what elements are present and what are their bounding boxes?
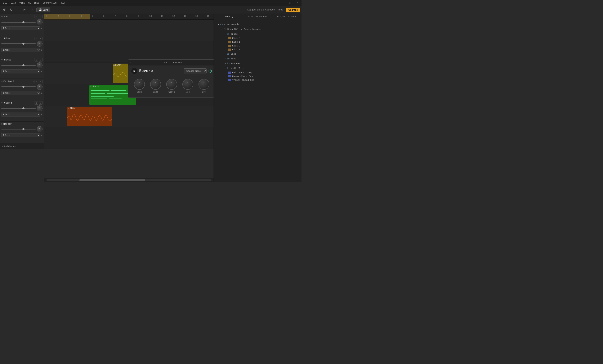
fmsynth-effects-select[interactable]: Effects [1,91,40,95]
master-pan-knob[interactable] [37,126,43,132]
save-button[interactable]: 💾 Save [36,8,50,12]
clapb-effects-select[interactable]: Effects [1,112,40,117]
reverb-logo: S [131,68,137,74]
clips-area[interactable]: ⊞ Hihat ⊞ Chords [44,20,214,178]
reverb-dry-knob[interactable] [198,79,209,90]
track-row-audio1[interactable] [44,20,214,41]
menu-settings[interactable]: SETTINGS [28,2,39,4]
clapb-solo[interactable]: S [35,101,38,105]
lib-free-sounds[interactable]: ▶ 🗁 Free Sounds [214,22,302,27]
tab-library[interactable]: Library [214,14,243,20]
hihat-effects-arrows[interactable]: ⇅ [41,70,43,73]
free-sounds-label: Free Sounds [224,23,239,26]
reverb-power-button[interactable]: ⏻ [208,69,212,73]
window-minimize[interactable]: ⊡ [287,1,292,5]
clap-volume[interactable] [1,43,36,44]
fmsynth-mute[interactable]: M [39,80,43,83]
resize-button[interactable]: ↔ [29,8,35,12]
fmsynth-solo[interactable]: S [35,80,38,83]
bass-folder-icon: 🗁 [227,52,230,55]
master-volume[interactable] [1,129,36,130]
lib-midi-clips[interactable]: ▾ 🗁 Midi Clips [214,66,302,71]
lib-kick4[interactable]: Kick 4 [214,48,302,52]
audio1-solo[interactable]: S [35,15,38,18]
audio1-mute[interactable]: M [39,15,43,18]
toolbar: ↺ ↻ ⊹ ✂ ↔ 💾 Save Logged in as GoodBoy (f… [0,6,302,14]
hihat-effects-select[interactable]: Effects [1,69,40,73]
lib-keys[interactable]: ▶ 🗁 Keys [214,56,302,61]
free-sounds-folder-icon: 🗁 [220,23,223,26]
hihat-volume[interactable] [1,65,36,66]
track-row-clapb[interactable]: ⊞ Clap [44,106,214,127]
hihat-pan-knob[interactable] [37,62,43,68]
clap-effects-arrows[interactable]: ⇅ [41,49,43,51]
reverb-knobs: Size Damp Width Wet [131,77,212,95]
menu-soundation[interactable]: SOUNDATION [43,2,57,4]
undo-button[interactable]: ↺ [2,7,7,12]
lib-kick2[interactable]: Kick 2 [214,40,302,44]
upgrade-button[interactable]: Upgrade [286,8,300,12]
clap-solo[interactable]: S [35,37,38,40]
zoom-out-button[interactable]: − [45,178,46,182]
evil-chord-icon [228,72,231,74]
snap-button[interactable]: ⊹ [15,8,20,12]
reverb-width-knob[interactable] [166,79,177,90]
lib-nova-miller[interactable]: ▾ 🗁 Nova Miller Remix Sounds [214,27,302,32]
audio1-volume[interactable] [1,22,36,22]
logged-in-label: Logged in as GoodBoy (free) [247,9,285,11]
cut-button[interactable]: ✂ [22,7,27,12]
reverb-wet-knob[interactable] [182,79,193,90]
clap-mute[interactable]: M [39,37,43,40]
window-close[interactable]: ✕ [295,1,300,5]
menu-file[interactable]: FILE [2,2,7,4]
lib-kick1[interactable]: Kick 1 [214,36,302,40]
reverb-preset-select[interactable]: Choose preset [184,68,207,73]
fmsynth-effects-arrows[interactable]: ⇅ [41,92,43,94]
reverb-damp-knob[interactable] [150,79,161,90]
clapb-mute[interactable]: M [39,101,43,105]
clapb-pan-knob[interactable] [37,105,43,111]
reverb-close-button[interactable]: × [130,61,132,64]
audio1-pan-knob[interactable] [37,19,43,25]
ruler-highlight [44,14,90,20]
fmsynth-direction[interactable]: ⇅ [33,80,34,83]
keys-folder-icon: 🗁 [227,57,230,60]
master-effects-select[interactable]: Effects [1,133,40,137]
tab-project-sounds[interactable]: Project sounds [272,14,302,20]
scrollbar-thumb[interactable] [79,179,145,181]
clapb-effects-arrows[interactable]: ⇅ [41,113,43,116]
redo-button[interactable]: ↻ [9,7,14,12]
lib-soundfx[interactable]: ▶ 🗁 SoundFX [214,61,302,66]
menu-edit[interactable]: EDIT [11,2,16,4]
menu-help[interactable]: HELP [60,2,65,4]
hihat-solo[interactable]: S [35,58,38,62]
menu-view[interactable]: VIEW [20,2,25,4]
lib-happy-chord[interactable]: Happy Chord Seq [214,75,302,78]
clapb-volume[interactable] [1,108,36,109]
clap-pan-knob[interactable] [37,41,43,47]
zoom-in-button[interactable]: + [211,178,213,182]
fmsynth-volume[interactable] [1,86,36,87]
reverb-size-knob[interactable] [134,79,145,90]
drums-folder-icon: 🗁 [227,33,230,35]
track-row-master[interactable] [44,127,214,149]
lib-drums[interactable]: ▾ 🗁 Drums [214,32,302,36]
tab-premium-sounds[interactable]: Premium sounds [243,14,272,20]
lib-kick3[interactable]: Kick 3 [214,44,302,48]
lib-bass[interactable]: ▶ 🗁 Bass [214,52,302,56]
add-channel-button[interactable]: + Add channel [2,145,16,147]
master-effects-arrows[interactable]: ⇅ [41,134,43,137]
nova-miller-label: Nova Miller Remix Sounds [227,28,260,31]
lib-evil-chord[interactable]: Evil chord seq [214,71,302,75]
library-content: ▶ 🗁 Free Sounds ▾ 🗁 Nova Miller Remix So… [214,20,302,182]
hihat-mute[interactable]: M [39,58,43,62]
fmsynth-pan-knob[interactable] [37,84,43,90]
audio1-effects-arrows[interactable]: ⇅ [41,27,43,30]
ruler-mark-15: 15 [207,15,209,17]
audio1-effects-select[interactable]: Effects [1,26,40,30]
clap-effects-select[interactable]: Effects [1,48,40,52]
midi-clips-folder-icon: 🗁 [227,67,230,70]
horizontal-scrollbar[interactable] [46,179,211,181]
lib-trippy-chord[interactable]: Trippy Chord Seq [214,78,302,82]
clip-clap[interactable]: ⊞ Clap [67,107,112,126]
